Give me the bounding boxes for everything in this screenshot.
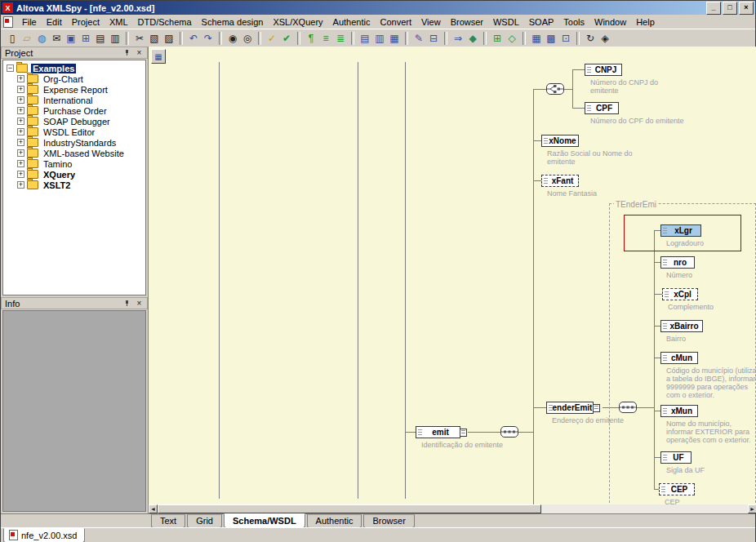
menu-view[interactable]: View xyxy=(416,16,446,29)
redo-icon[interactable]: ↷ xyxy=(201,31,216,45)
minimize-button[interactable]: _ xyxy=(706,2,721,15)
scroll-left-arrow-icon[interactable]: ◄ xyxy=(149,504,158,513)
menu-window[interactable]: Window xyxy=(589,16,631,29)
tree-item-xquery[interactable]: +XQuery xyxy=(3,169,145,180)
element-xBairro[interactable]: xBairro xyxy=(660,320,703,332)
collapse-icon[interactable]: − xyxy=(7,64,14,72)
element-xFant[interactable]: xFant xyxy=(541,175,579,187)
menu-authentic[interactable]: Authentic xyxy=(328,16,376,29)
save-all-icon[interactable]: ⊞ xyxy=(78,31,93,45)
expand-all-icon[interactable]: ▦ xyxy=(529,31,544,45)
cut-icon[interactable]: ✂ xyxy=(132,31,147,45)
replace-icon[interactable]: ◎ xyxy=(240,31,255,45)
menu-dtd-schema[interactable]: DTD/Schema xyxy=(133,16,197,29)
tree-item-examples[interactable]: −Examples xyxy=(3,63,145,73)
show-globals-button[interactable]: ▦ xyxy=(151,49,166,64)
tree-item-international[interactable]: +International xyxy=(3,95,145,105)
close-panel-icon[interactable]: × xyxy=(135,48,144,57)
close-button[interactable]: × xyxy=(739,2,754,15)
undo-icon[interactable]: ↶ xyxy=(186,31,201,45)
view-options-icon[interactable]: ⊡ xyxy=(558,31,573,45)
menu-browser[interactable]: Browser xyxy=(446,16,488,29)
print-preview-icon[interactable]: ▥ xyxy=(108,31,122,45)
validate-icon[interactable]: ✔ xyxy=(279,31,294,45)
debug-icon[interactable]: ◆ xyxy=(465,31,480,45)
element-CPF[interactable]: CPF xyxy=(585,102,619,114)
element-xCpl[interactable]: xCpl xyxy=(662,288,698,300)
menu-file[interactable]: File xyxy=(17,16,42,29)
tree-item-xslt2[interactable]: +XSLT2 xyxy=(3,180,145,190)
close-panel-icon[interactable]: × xyxy=(135,299,144,308)
expand-icon[interactable]: + xyxy=(17,128,24,136)
expand-icon[interactable]: + xyxy=(17,181,24,189)
expand-icon[interactable]: + xyxy=(17,118,24,125)
view-tab-grid[interactable]: Grid xyxy=(187,514,222,528)
element-cMun[interactable]: cMun xyxy=(660,352,698,364)
view-tab-schema-wsdl[interactable]: Schema/WSDL xyxy=(224,513,305,528)
document-window-icon[interactable] xyxy=(3,16,13,28)
menu-help[interactable]: Help xyxy=(631,16,660,29)
maximize-button[interactable]: □ xyxy=(723,2,737,15)
menu-schema-design[interactable]: Schema design xyxy=(197,16,269,29)
menu-wsdl[interactable]: WSDL xyxy=(488,16,524,29)
element-nro[interactable]: nro xyxy=(660,256,695,269)
menu-xsl-xquery[interactable]: XSL/XQuery xyxy=(268,16,327,29)
line-numbers-icon[interactable]: ≣ xyxy=(333,31,348,45)
element-xLgr[interactable]: xLgr xyxy=(660,224,701,237)
refresh-icon[interactable]: ↻ xyxy=(583,31,598,45)
expand-icon[interactable]: + xyxy=(17,149,24,157)
menu-xml[interactable]: XML xyxy=(105,16,133,29)
element-UF[interactable]: UF xyxy=(660,451,692,464)
menu-tools[interactable]: Tools xyxy=(558,16,589,29)
database-query-icon[interactable]: ⊟ xyxy=(426,31,441,45)
pin-icon[interactable] xyxy=(122,299,131,308)
sequence-compositor-icon[interactable] xyxy=(619,402,637,413)
expand-icon[interactable]: + xyxy=(17,96,24,104)
element-enderEmit[interactable]: enderEmit xyxy=(546,402,594,414)
element-xMun[interactable]: xMun xyxy=(660,405,698,417)
view-tab-browser[interactable]: Browser xyxy=(363,514,414,528)
new-file-icon[interactable]: ▯ xyxy=(5,31,20,45)
tree-item-org-chart[interactable]: +Org-Chart xyxy=(3,73,145,84)
tree-item-tamino[interactable]: +Tamino xyxy=(3,158,145,169)
grid-table-view-icon[interactable]: ▦ xyxy=(387,31,402,45)
copy-icon[interactable]: ▧ xyxy=(147,31,162,45)
expand-icon[interactable]: + xyxy=(17,171,24,178)
save-icon[interactable]: ▣ xyxy=(64,31,78,45)
add-attribute-icon[interactable]: ◇ xyxy=(505,31,519,45)
settings-icon[interactable]: ◈ xyxy=(598,31,612,45)
indent-icon[interactable]: ≡ xyxy=(318,31,333,45)
scrollbar-thumb[interactable] xyxy=(158,504,541,513)
view-tab-authentic[interactable]: Authentic xyxy=(307,514,362,528)
view-tab-text[interactable]: Text xyxy=(151,514,185,528)
xmlspy-logo-icon[interactable]: X xyxy=(2,2,13,13)
expand-icon[interactable]: + xyxy=(17,75,24,82)
menu-soap[interactable]: SOAP xyxy=(524,16,559,29)
xsl-transform-icon[interactable]: ⇒ xyxy=(451,31,465,45)
tree-item-purchase-order[interactable]: +Purchase Order xyxy=(3,105,145,116)
tree-item-industrystandards[interactable]: +IndustryStandards xyxy=(3,137,145,148)
tree-item-expense-report[interactable]: +Expense Report xyxy=(3,84,145,95)
expand-icon[interactable]: + xyxy=(17,139,24,146)
tree-item-wsdl-editor[interactable]: +WSDL Editor xyxy=(3,127,145,137)
title-bar[interactable]: X Altova XMLSpy - [nfe_v2.00.xsd] _ □ × xyxy=(1,1,755,15)
tree-item-xml-based-website[interactable]: +XML-based Website xyxy=(3,148,145,158)
menu-convert[interactable]: Convert xyxy=(375,16,416,29)
open-url-icon[interactable]: ◍ xyxy=(34,31,49,45)
menu-project[interactable]: Project xyxy=(67,16,105,29)
grid-insert-column-icon[interactable]: ▥ xyxy=(372,31,387,45)
mail-document-icon[interactable]: ✉ xyxy=(49,31,64,45)
element-CNPJ[interactable]: CNPJ xyxy=(585,64,622,76)
element-emit[interactable]: emit xyxy=(416,426,460,438)
expand-notch-icon[interactable] xyxy=(593,404,600,412)
open-file-icon[interactable]: ▱ xyxy=(20,31,34,45)
find-icon[interactable]: ◉ xyxy=(225,31,240,45)
print-icon[interactable]: ▤ xyxy=(93,31,108,45)
scrollbar-track[interactable] xyxy=(541,504,748,513)
pretty-print-icon[interactable]: ¶ xyxy=(304,31,318,45)
menu-edit[interactable]: Edit xyxy=(42,16,67,29)
grid-insert-row-icon[interactable]: ▤ xyxy=(358,31,372,45)
authentic-edit-icon[interactable]: ✎ xyxy=(411,31,426,45)
sequence-compositor-icon[interactable] xyxy=(500,426,518,438)
add-element-icon[interactable]: ⊞ xyxy=(490,31,505,45)
